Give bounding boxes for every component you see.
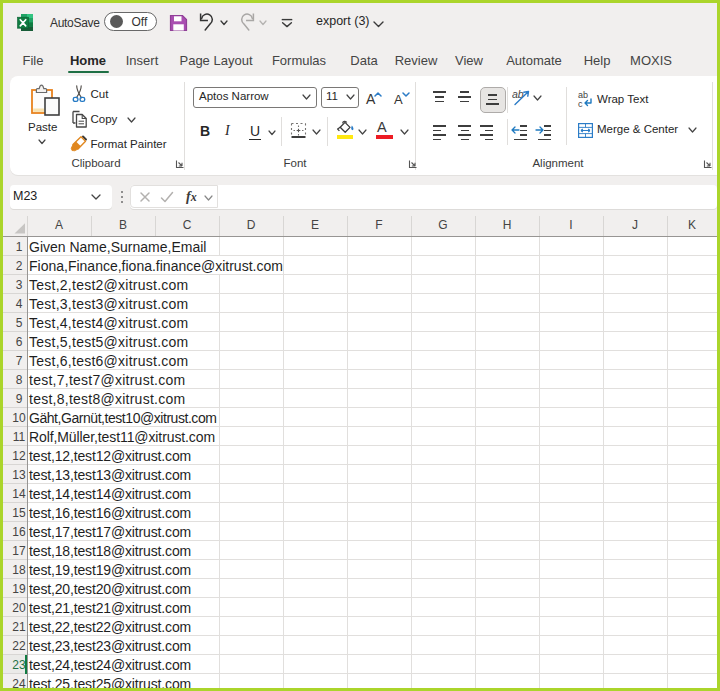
svg-text:c: c <box>578 99 583 108</box>
